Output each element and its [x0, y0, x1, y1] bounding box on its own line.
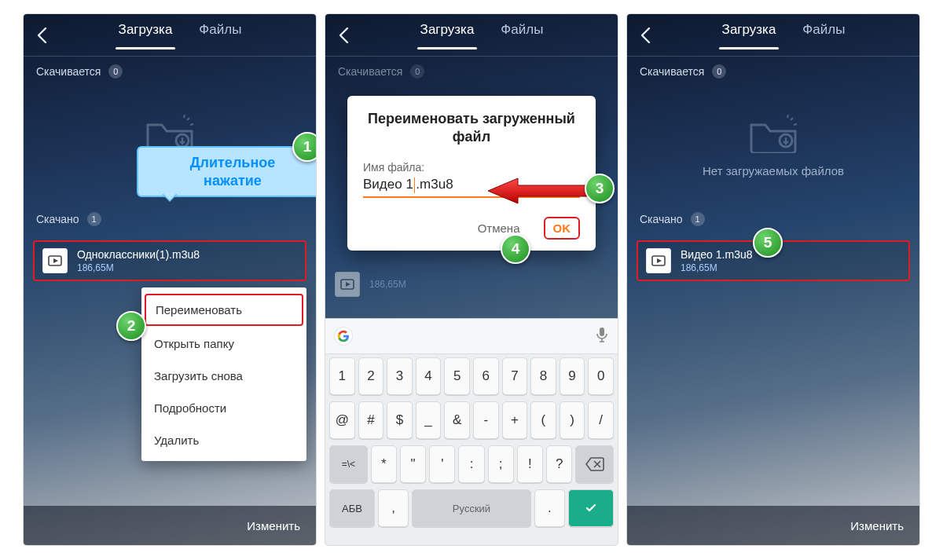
- menu-redownload[interactable]: Загрузить снова: [141, 360, 306, 392]
- downloading-header: Скачивается 0: [627, 57, 919, 86]
- back-icon[interactable]: [31, 25, 52, 46]
- filename-value-after: .m3u8: [416, 177, 453, 192]
- key[interactable]: 4: [416, 357, 442, 395]
- key[interactable]: @: [329, 401, 355, 439]
- downloaded-label: Скачано: [640, 213, 683, 225]
- bottom-bar: Изменить: [24, 506, 316, 545]
- backspace-icon: [585, 457, 604, 471]
- rename-dialog: Переименовать загруженный файл Имя файла…: [347, 96, 596, 251]
- ok-button[interactable]: OK: [544, 217, 581, 240]
- key[interactable]: ": [400, 445, 426, 483]
- edit-button[interactable]: Изменить: [850, 519, 904, 533]
- key[interactable]: 9: [560, 357, 585, 395]
- key[interactable]: 2: [358, 357, 384, 395]
- key[interactable]: _: [416, 401, 442, 439]
- menu-rename[interactable]: Переименовать: [145, 294, 303, 326]
- back-icon[interactable]: [333, 25, 354, 46]
- key-dot[interactable]: .: [534, 489, 565, 527]
- key[interactable]: 0: [588, 357, 614, 395]
- key[interactable]: !: [517, 445, 543, 483]
- tab-downloads[interactable]: Загрузка: [722, 22, 776, 49]
- file-size: 186,65M: [369, 279, 406, 290]
- tooltip-line2: нажатие: [146, 172, 316, 190]
- key[interactable]: 1: [329, 357, 355, 395]
- downloading-count: 0: [712, 64, 726, 79]
- key[interactable]: 6: [473, 357, 499, 395]
- no-downloads-text: Нет загружаемых файлов: [703, 164, 844, 178]
- mic-icon[interactable]: [596, 327, 608, 346]
- tab-files[interactable]: Файлы: [802, 22, 845, 49]
- file-row[interactable]: Одноклассники(1).m3u8 186,65M: [33, 240, 306, 281]
- key-backspace[interactable]: [575, 445, 614, 483]
- downloading-header: Скачивается 0: [24, 57, 316, 86]
- checkmark-icon: [583, 500, 599, 516]
- key[interactable]: :: [458, 445, 484, 483]
- downloading-header: Скачивается 0: [325, 57, 618, 86]
- kbd-row-2: @ # $ _ & - + ( ) /: [325, 398, 618, 442]
- step-badge-3: 3: [585, 174, 615, 203]
- dialog-title: Переименовать загруженный файл: [363, 110, 580, 147]
- key[interactable]: 7: [502, 357, 528, 395]
- key-symbols[interactable]: =\<: [329, 445, 368, 483]
- arrow-to-input-icon: [486, 178, 589, 204]
- key[interactable]: $: [387, 401, 413, 439]
- menu-delete[interactable]: Удалить: [141, 424, 306, 456]
- key[interactable]: &: [444, 401, 470, 439]
- downloading-count: 0: [108, 64, 123, 79]
- tooltip-line1: Длительное: [146, 154, 316, 172]
- file-size: 186,65M: [681, 262, 753, 273]
- key[interactable]: -: [473, 401, 499, 439]
- key-comma[interactable]: ,: [378, 489, 409, 527]
- key[interactable]: 5: [444, 357, 470, 395]
- tab-files[interactable]: Файлы: [199, 22, 241, 49]
- bottom-bar: Изменить: [627, 506, 919, 545]
- video-file-icon: [42, 248, 68, 273]
- folder-download-icon: [748, 114, 798, 156]
- key[interactable]: +: [502, 401, 528, 439]
- key[interactable]: 8: [530, 357, 556, 395]
- key[interactable]: ): [560, 401, 585, 439]
- tab-downloads[interactable]: Загрузка: [119, 22, 173, 49]
- stage: { "common": { "tab_downloads": "Загрузка…: [0, 0, 943, 560]
- key[interactable]: *: [371, 445, 397, 483]
- faded-file-row: 186,65M: [335, 272, 406, 297]
- downloading-label: Скачивается: [36, 65, 101, 78]
- key[interactable]: ?: [546, 445, 572, 483]
- downloading-count: 0: [410, 64, 424, 79]
- key[interactable]: #: [358, 401, 384, 439]
- video-file-icon: [646, 248, 671, 273]
- screen-3: Загрузка Файлы Скачивается 0 Нет загружа…: [627, 14, 919, 545]
- screen-1: Загрузка Файлы Скачивается 0 Нет загру С…: [24, 14, 316, 545]
- back-icon[interactable]: [635, 25, 655, 46]
- downloaded-count: 1: [87, 212, 101, 226]
- tab-downloads[interactable]: Загрузка: [420, 22, 475, 49]
- tab-files[interactable]: Файлы: [501, 22, 543, 49]
- long-press-tooltip: Длительное нажатие: [137, 146, 316, 197]
- menu-details[interactable]: Подробности: [141, 392, 306, 424]
- key-abc[interactable]: АБВ: [329, 489, 375, 527]
- key[interactable]: /: [588, 401, 614, 439]
- video-file-icon: [335, 272, 360, 297]
- keyboard[interactable]: 1 2 3 4 5 6 7 8 9 0 @ # $ _ & - + ( ) / …: [325, 318, 618, 545]
- google-icon[interactable]: [335, 328, 352, 345]
- suggestion-bar: [325, 319, 618, 354]
- file-name: Видео 1.m3u8: [681, 248, 753, 261]
- key-space[interactable]: Русский: [412, 489, 530, 527]
- edit-button[interactable]: Изменить: [247, 519, 300, 533]
- key[interactable]: ;: [488, 445, 514, 483]
- key[interactable]: 3: [387, 357, 413, 395]
- filename-label: Имя файла:: [363, 161, 580, 174]
- step-badge-1: 1: [292, 132, 316, 162]
- filename-value-before: Видео 1: [363, 177, 413, 192]
- step-badge-2: 2: [116, 311, 146, 341]
- key-enter[interactable]: [568, 489, 614, 527]
- step-badge-5: 5: [753, 228, 783, 258]
- downloading-label: Скачивается: [338, 65, 402, 78]
- menu-open-folder[interactable]: Открыть папку: [141, 328, 306, 360]
- key[interactable]: ': [429, 445, 455, 483]
- svg-rect-3: [600, 328, 604, 336]
- file-name: Одноклассники(1).m3u8: [77, 248, 200, 261]
- file-size: 186,65M: [77, 262, 200, 273]
- downloaded-label: Скачано: [36, 213, 79, 225]
- key[interactable]: (: [530, 401, 556, 439]
